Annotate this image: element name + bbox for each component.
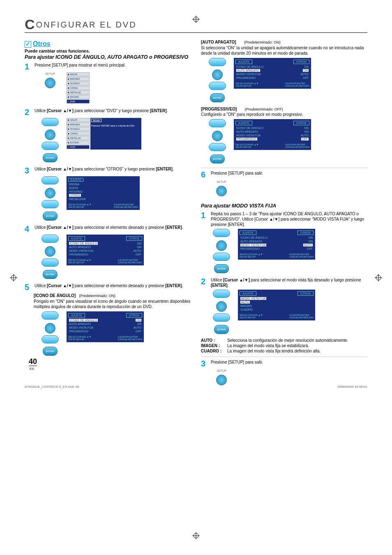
remote-setup-icon: SETUP: [209, 369, 234, 387]
figure-mvf-2: ENTER AJUSTEOTROS MODO VISTA FIJA AUTO I…: [209, 290, 367, 334]
enter-label: ENTER: [43, 347, 58, 356]
setup-label: SETUP: [217, 369, 226, 372]
osd-mvf-select-panel: AJUSTEOTROS ICONO DE ÁNGULOON AUTO APAGA…: [238, 229, 315, 260]
step-number: 1: [201, 211, 208, 219]
page-footer: A74GDUE_LD370SC8 S_ES.indb 40 2008/04/04…: [25, 385, 367, 389]
step-4: 4 Utilice [Cursor ▲/▼] para seleccionar …: [25, 225, 191, 233]
osd-auto-apagato-panel: AJUSTEOTROS ICONO DE ÁNGULOON AUTO APAGA…: [234, 58, 311, 89]
remote-navigation-icon: ENTER: [38, 235, 62, 279]
step-2: 2 Utilice [Cursor ▲/▼] para seleccionar …: [25, 108, 191, 116]
figure-step-1: SETUP ■SALIR ■IMAGEN ■SONIDO ■CANAL ■DET…: [38, 72, 191, 104]
right-column: [AUTO APAGATO] (Predeterminado: ON) Si s…: [201, 39, 367, 391]
subsection-title: Para ajustar ICONO DE ÁNGULO, AUTO APAGA…: [25, 54, 191, 60]
osd-dvd-hint: Ajuste Presione "ENTER" para ir a Ajuste…: [90, 118, 141, 150]
figure-step-2: ENTER ■SALIR ■IMAGEN ■SONIDO ■CANAL ■DET…: [38, 118, 191, 162]
figure-auto-apagato: ENTER AJUSTEOTROS ICONO DE ÁNGULOON AUTO…: [205, 58, 367, 102]
osd-mvf-options-panel: AJUSTEOTROS MODO VISTA FIJA AUTO IMAGEN …: [238, 290, 315, 320]
step-1: 1 Presione [SETUP] para mostrar el menú …: [25, 62, 191, 71]
step-number: 3: [201, 359, 208, 368]
progressive-block: [PROGRESSIVEO] (Predeterminado: OFF) Con…: [201, 106, 367, 117]
figure-step-6: SETUP: [209, 180, 367, 198]
main-menu-graphic: ■SALIR ■IMAGEN ■SONIDO ■CANAL ■DETALLE ■…: [67, 118, 90, 150]
figure-progressive: ENTER AJUSTEOTROS ICONO DE ÁNGULOON AUTO…: [205, 119, 367, 164]
step-number: 5: [25, 283, 32, 291]
mvf-step-1-text: Repita los pasos 1 – 3 de "Para ajustar …: [211, 211, 367, 227]
mvf-step-2: 2 Utilice [Cursor ▲/▼] para seleccionar …: [201, 277, 367, 288]
enter-label: ENTER: [210, 93, 225, 102]
osd-icono-panel: AJUSTEOTROS ICONO DE ÁNGULOON AUTO APAGA…: [67, 311, 144, 342]
figure-step-4: ENTER AJUSTEOTROS ICONO DE ÁNGULOON AUTO…: [38, 235, 191, 279]
step-2-text: Utilice [Cursor ▲/▼] para seleccionar "D…: [35, 108, 168, 113]
remote-navigation-icon: ENTER: [205, 58, 230, 102]
remote-navigation-icon: ENTER: [38, 176, 62, 221]
step-1-text: Presione [SETUP] para mostrar el menú pr…: [35, 63, 126, 67]
figure-mvf-3: SETUP: [209, 369, 367, 387]
osd-progressive-panel: AJUSTEOTROS ICONO DE ÁNGULOON AUTO APAGA…: [234, 119, 311, 150]
check-icon: [25, 41, 31, 48]
auto-apagato-block: [AUTO APAGATO] (Predeterminado: ON) Si s…: [201, 39, 367, 56]
step-6: 6 Presione [SETUP] para salir.: [201, 170, 367, 179]
step-number: 2: [25, 108, 32, 116]
step-number: 3: [25, 166, 32, 175]
osd-otros-panel: AJUSTEOTROS ICONO DE ÁNGULOON AUTO APAGA…: [67, 235, 144, 265]
left-column: Otros Puede cambiar otras funciones. Par…: [25, 39, 191, 391]
step-3: 3 Utilice [Cursor ▲/▼] para seleccionar …: [25, 166, 191, 175]
figure-step-3: ENTER AJUSTE IDIOMA AUDIO PATERNO OTROS …: [38, 176, 191, 221]
remote-navigation-icon: ENTER: [38, 311, 62, 356]
section-subtitle: Puede cambiar otras funciones.: [25, 48, 191, 53]
remote-navigation-icon: ENTER: [205, 119, 230, 164]
remote-navigation-icon: ENTER: [209, 229, 234, 273]
enter-label: ENTER: [214, 264, 229, 273]
step-3-text: Utilice [Cursor ▲/▼] para seleccionar "O…: [35, 166, 174, 172]
step-number: 4: [25, 225, 32, 233]
enter-label: ENTER: [43, 212, 58, 221]
step-number: 1: [25, 62, 32, 71]
step-6-text: Presione [SETUP] para salir.: [211, 170, 263, 176]
mvf-step-3: 3 Presione [SETUP] para salir.: [201, 359, 367, 368]
enter-label: ENTER: [210, 154, 225, 164]
enter-label: ENTER: [43, 153, 58, 162]
figure-icono: ENTER AJUSTEOTROS ICONO DE ÁNGULOON AUTO…: [38, 311, 191, 356]
figure-mvf-1: ENTER AJUSTEOTROS ICONO DE ÁNGULOON AUTO…: [209, 229, 367, 273]
mvf-step-1: 1 Repita los pasos 1 – 3 de "Para ajusta…: [201, 211, 367, 227]
step-5: 5 Utilice [Cursor ▲/▼] para seleccionar …: [25, 283, 191, 291]
enter-label: ENTER: [43, 270, 58, 279]
remote-setup-icon: SETUP: [38, 72, 62, 90]
remote-navigation-icon: ENTER: [209, 290, 234, 334]
step-5-text: Utilice [Cursor ▲/▼] para seleccionar el…: [35, 283, 183, 288]
remote-navigation-icon: ENTER: [38, 118, 62, 162]
enter-label: ENTER: [214, 325, 229, 334]
mvf-step-3-text: Presione [SETUP] para salir.: [211, 359, 263, 365]
setup-label: SETUP: [217, 180, 226, 183]
osd-ajuste-list: AJUSTE IDIOMA AUDIO PATERNO OTROS INICIA…: [67, 176, 140, 210]
mvf-step-2-text: Utilice [Cursor ▲/▼] para seleccionar el…: [211, 277, 367, 288]
icono-block: [ICONO DE ÁNGULO] (Predeterminado: ON) P…: [34, 293, 191, 310]
section-otros: Otros: [25, 40, 191, 48]
remote-setup-icon: SETUP: [209, 180, 234, 198]
setup-label: SETUP: [45, 72, 55, 75]
main-menu-graphic: ■SALIR ■IMAGEN ■SONIDO ■CANAL ■DETALLE ■…: [67, 72, 90, 104]
step-number: 6: [201, 170, 208, 179]
page-number: 40ES: [29, 357, 37, 371]
mvf-options-desc: AUTO :Selecciona la configuración de mej…: [201, 338, 367, 353]
step-4-text: Utilice [Cursor ▲/▼] para seleccionar el…: [35, 225, 183, 230]
chapter-title: CONFIGURAR EL DVD: [25, 16, 367, 33]
subsection2-title: Para ajustar MODO VISTA FIJA: [201, 203, 367, 209]
step-number: 2: [201, 277, 208, 286]
